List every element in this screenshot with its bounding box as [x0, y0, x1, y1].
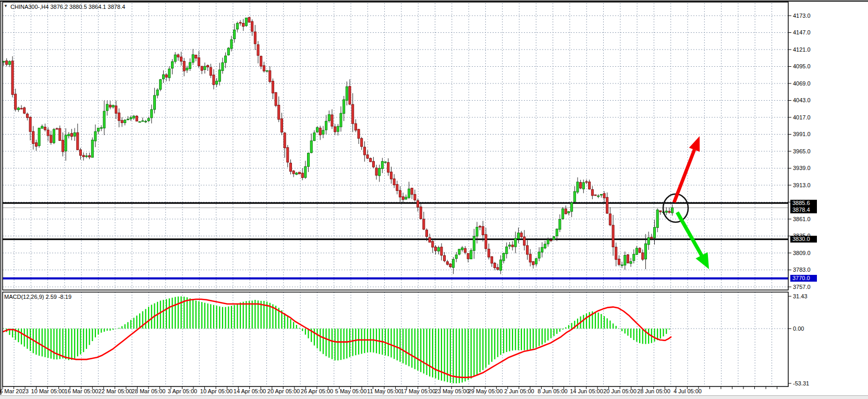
time-tick-label: 6 Mar 2023	[0, 388, 29, 394]
price-tick-label: 3783.0	[793, 267, 811, 273]
price-level-badge: 3830.0	[790, 236, 817, 243]
time-tick-label: 14 Jun 05:00	[570, 388, 603, 394]
symbol-dropdown-icon[interactable]: ▼	[4, 4, 8, 8]
time-tick-label: 20 Jun 05:00	[603, 388, 637, 394]
price-tick-label: 4017.0	[793, 114, 811, 120]
macd-tick-label: 31.43	[793, 293, 808, 299]
time-tick-label: 10 Mar 05:00	[31, 388, 65, 394]
price-tick-label: 4147.0	[793, 29, 811, 35]
time-tick-label: 2 Jun 05:00	[504, 388, 534, 394]
price-tick-label: 4121.0	[793, 46, 811, 53]
price-level-badge: 3770.0	[790, 275, 817, 282]
time-tick-label: 23 May 05:00	[435, 388, 470, 394]
chart-title-ohlc: CHINA300-,H4 3876.2 3880.5 3864.1 3878.4	[10, 4, 125, 10]
time-tick-label: 3 Apr 05:00	[168, 388, 197, 394]
price-tick-label: 3991.0	[793, 131, 811, 137]
time-tick-label: 17 May 05:00	[401, 388, 436, 394]
time-tick-label: 28 Jun 05:00	[637, 388, 670, 394]
time-tick-label: 4 Jul 05:00	[674, 388, 702, 394]
price-tick-label: 3809.0	[793, 250, 811, 256]
price-tick-label: 4095.0	[793, 63, 811, 69]
time-tick-label: 29 May 05:00	[468, 388, 503, 394]
time-tick-label: 10 Apr 05:00	[200, 388, 233, 394]
bottom-strip	[0, 395, 868, 399]
time-tick-label: 28 Mar 05:00	[132, 388, 166, 394]
time-tick-label: 5 May 05:00	[335, 388, 367, 394]
chart-window: ▼ CHINA300-,H4 3876.2 3880.5 3864.1 3878…	[0, 0, 868, 399]
macd-tick-label: -53.31	[793, 380, 809, 386]
price-tick-label: 4069.0	[793, 80, 811, 87]
time-tick-label: 20 Apr 05:00	[267, 388, 300, 394]
macd-tick-label: 0.00	[793, 325, 804, 332]
time-tick-label: 22 Mar 05:00	[99, 388, 132, 394]
time-tick-label: 8 Jun 05:00	[537, 388, 568, 394]
time-tick-label: 26 Apr 05:00	[301, 388, 333, 394]
price-tick-label: 3861.0	[793, 216, 811, 222]
price-tick-label: 3965.0	[793, 148, 811, 154]
price-tick-label: 3913.0	[793, 182, 811, 188]
price-tick-label: 3757.0	[793, 284, 811, 290]
macd-indicator-label: MACD(12,26,9) 2.59 -8.19	[4, 294, 71, 300]
time-tick-label: 11 May 05:00	[367, 388, 401, 394]
time-tick-label: 16 Mar 05:00	[65, 388, 99, 394]
price-tick-label: 4043.0	[793, 97, 811, 103]
chart-canvas[interactable]	[0, 0, 868, 399]
price-tick-label: 4173.0	[793, 13, 811, 19]
price-tick-label: 3939.0	[793, 165, 811, 171]
time-tick-label: 14 Apr 05:00	[234, 388, 266, 394]
price-level-badge: 3878.4	[790, 207, 817, 213]
price-level-badge: 3885.6	[790, 200, 817, 207]
